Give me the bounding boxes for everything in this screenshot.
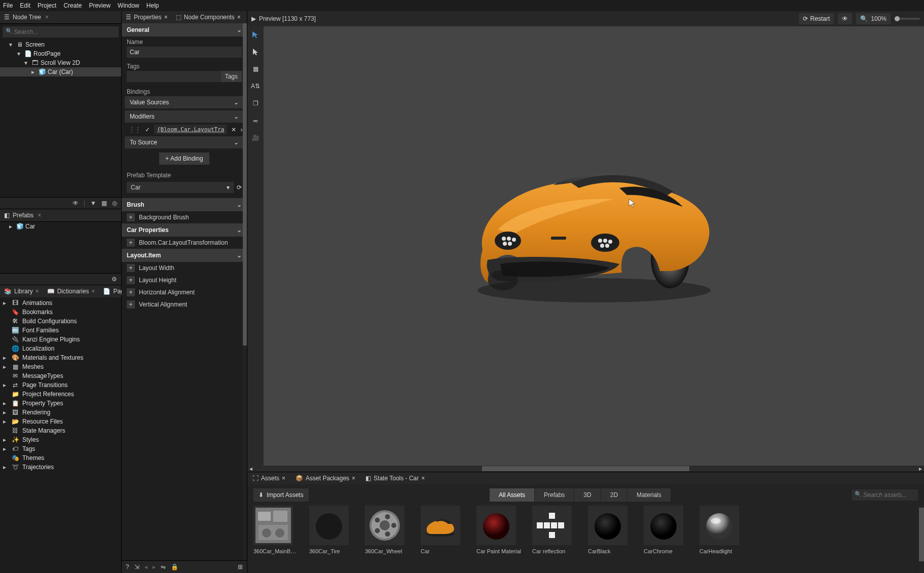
- library-tab[interactable]: 📚Library×: [0, 285, 43, 297]
- add-icon[interactable]: +: [127, 288, 135, 296]
- import-assets-button[interactable]: ⬇ Import Assets: [253, 488, 309, 502]
- expand-icon[interactable]: ▸: [3, 445, 8, 452]
- visibility-button[interactable]: 👁: [838, 13, 852, 24]
- menu-create[interactable]: Create: [63, 2, 82, 9]
- scroll-left-icon[interactable]: ◂: [247, 465, 254, 472]
- filter-button[interactable]: 3D: [574, 488, 601, 502]
- preview-canvas[interactable]: [264, 26, 924, 466]
- section-brush[interactable]: Brush ⌄: [122, 198, 247, 211]
- camera-tool-icon[interactable]: 🎥: [250, 133, 261, 143]
- library-item[interactable]: 🌐Localization: [0, 344, 121, 353]
- close-icon[interactable]: ×: [352, 475, 355, 482]
- library-item[interactable]: ▸📋Property Types: [0, 399, 121, 408]
- tree-item[interactable]: ▾🗔Scroll View 2D: [0, 58, 121, 67]
- library-item[interactable]: ▸🎨Materials and Textures: [0, 353, 121, 362]
- library-item[interactable]: ▸⇄Page Transitions: [0, 380, 121, 390]
- assets-tab[interactable]: ◧State Tools - Car×: [360, 472, 430, 484]
- close-icon[interactable]: ×: [164, 14, 168, 21]
- property-row[interactable]: +Vertical Alignment: [122, 298, 247, 311]
- filter-button[interactable]: Prefabs: [535, 488, 574, 502]
- tree-item[interactable]: ▾📄RootPage: [0, 49, 121, 58]
- library-item[interactable]: ▸➰Trajectories: [0, 463, 121, 472]
- assets-search-input[interactable]: [852, 489, 918, 501]
- eye-icon[interactable]: 👁: [72, 200, 79, 207]
- check-icon[interactable]: ✓: [145, 126, 150, 133]
- library-item[interactable]: 🔤Font Families: [0, 326, 121, 335]
- menu-window[interactable]: Window: [118, 2, 139, 9]
- property-row[interactable]: +Background Brush: [122, 211, 247, 223]
- property-row[interactable]: +Bloom.Car.LayoutTransformation: [122, 237, 247, 249]
- property-row[interactable]: +Layout Width: [122, 262, 247, 274]
- expand-icon[interactable]: ▸: [9, 223, 14, 230]
- close-icon[interactable]: ×: [35, 288, 39, 295]
- interact-tool-icon[interactable]: [250, 29, 261, 40]
- add-icon[interactable]: +: [127, 300, 135, 309]
- expand-icon[interactable]: ▸: [3, 409, 8, 416]
- name-input[interactable]: [127, 47, 242, 58]
- target-icon[interactable]: ◎: [112, 200, 117, 207]
- properties-tab[interactable]: ⬚Node Components×: [172, 11, 245, 23]
- assets-tab[interactable]: ⛶Assets×: [247, 472, 290, 484]
- section-layout-item[interactable]: Layout.Item ⌄: [122, 249, 247, 262]
- close-icon[interactable]: ×: [38, 212, 41, 219]
- section-car-properties[interactable]: Car Properties ⌄: [122, 223, 247, 237]
- drag-handle-icon[interactable]: ⋮⋮: [129, 126, 141, 133]
- tags-input[interactable]: [127, 71, 221, 82]
- close-icon[interactable]: ×: [45, 14, 49, 21]
- expand-icon[interactable]: ▸: [3, 354, 8, 361]
- asset-item[interactable]: 360Car_MainBody: [253, 506, 299, 554]
- grid-tool-icon[interactable]: ▦: [250, 64, 261, 74]
- add-icon[interactable]: +: [127, 264, 135, 272]
- property-row[interactable]: +Layout Height: [122, 274, 247, 286]
- filter-icon[interactable]: ▼: [90, 200, 96, 207]
- library-item[interactable]: 🎭Themes: [0, 453, 121, 463]
- library-item[interactable]: ▸🏷Tags: [0, 444, 121, 453]
- library-item[interactable]: 🛠Build Configurations: [0, 317, 121, 326]
- node-tree-tab[interactable]: ☰ Node Tree ×: [0, 11, 121, 24]
- chevron-right-icon[interactable]: ›: [240, 126, 242, 133]
- zoom-slider[interactable]: [895, 18, 920, 20]
- node-tree-search-input[interactable]: [3, 26, 119, 37]
- library-item[interactable]: ▸🎞Animations: [0, 298, 121, 308]
- assets-tab[interactable]: 📦Asset Packages×: [290, 472, 360, 484]
- expand-icon[interactable]: ▸: [3, 363, 8, 370]
- lock-icon[interactable]: 🔒: [171, 563, 178, 570]
- library-item[interactable]: ▸▦Meshes: [0, 362, 121, 371]
- asset-item[interactable]: Car: [421, 506, 466, 554]
- close-icon[interactable]: ×: [421, 475, 425, 482]
- add-property-icon[interactable]: ⊞: [238, 563, 243, 570]
- layers-tool-icon[interactable]: ❐: [250, 98, 261, 108]
- assets-scrollbar[interactable]: [919, 506, 924, 573]
- grid-icon[interactable]: ▦: [101, 200, 107, 207]
- expand-icon[interactable]: ▸: [3, 464, 8, 471]
- to-source-head[interactable]: To Source ⌄: [125, 136, 244, 148]
- prefab-item[interactable]: ▸🧊Car: [0, 222, 121, 231]
- library-item[interactable]: ▸📂Resource Files: [0, 417, 121, 426]
- asset-item[interactable]: CarChrome: [644, 506, 689, 554]
- gear-icon[interactable]: ⚙: [112, 276, 117, 283]
- properties-scrollbar[interactable]: [243, 23, 247, 560]
- asset-item[interactable]: CarHeadlight: [699, 506, 745, 554]
- expand-icon[interactable]: ▸: [3, 299, 8, 307]
- preview-hscrollbar[interactable]: ◂ ▸: [247, 466, 924, 472]
- expand-icon[interactable]: ▾: [9, 41, 14, 48]
- section-general[interactable]: General ⌄: [122, 23, 247, 36]
- prefab-select[interactable]: Car ▾: [127, 182, 234, 193]
- menu-help[interactable]: Help: [146, 2, 159, 9]
- library-item[interactable]: 📁Project References: [0, 390, 121, 399]
- tags-button[interactable]: Tags: [221, 71, 242, 82]
- property-row[interactable]: +Horizontal Alignment: [122, 286, 247, 298]
- add-binding-button[interactable]: + Add Binding: [159, 152, 209, 165]
- tree-item[interactable]: ▾🖥Screen: [0, 40, 121, 49]
- expand-icon[interactable]: ▸: [3, 381, 8, 389]
- library-item[interactable]: ✉MessageTypes: [0, 371, 121, 380]
- binding-chip[interactable]: {Bloom.Car.LayoutTra: [154, 125, 227, 134]
- expand-icon[interactable]: ▸: [3, 400, 8, 407]
- library-item[interactable]: ⛓State Managers: [0, 426, 121, 435]
- expand-icon[interactable]: ▸: [3, 418, 8, 425]
- library-item[interactable]: ▸🖼Rendering: [0, 408, 121, 417]
- zoom-control[interactable]: 🔍 100%: [856, 13, 891, 24]
- asset-item[interactable]: Car reflection: [532, 506, 578, 554]
- add-icon[interactable]: +: [127, 213, 135, 221]
- prev-icon[interactable]: ◂: [144, 563, 147, 570]
